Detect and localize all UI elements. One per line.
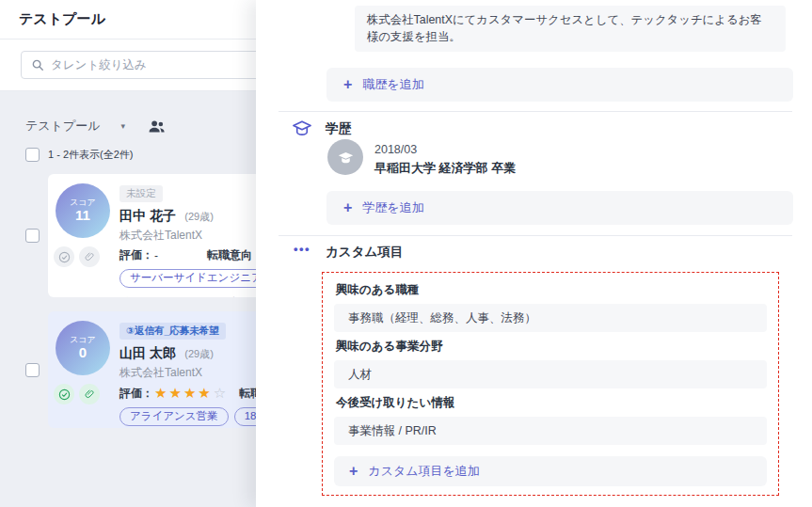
education-school: 早稲田大学 経済学部 卒業 <box>374 160 516 177</box>
card-checkbox[interactable] <box>25 229 40 243</box>
caret-down-icon: ▾ <box>121 121 126 131</box>
paperclip-icon[interactable] <box>79 384 100 404</box>
card-left-column: スコア 11 <box>56 183 112 290</box>
rating-stars-empty: ☆ <box>214 385 226 402</box>
select-all-checkbox[interactable] <box>25 148 40 162</box>
add-education-label: 学歴を追加 <box>362 199 423 216</box>
talent-name: 山田 太郎 <box>119 345 176 360</box>
score-value: 0 <box>79 345 87 361</box>
custom-field-value: 事業情報 / PR/IR <box>334 417 767 445</box>
education-date: 2018/03 <box>374 143 417 156</box>
footer-separator: | <box>219 296 222 297</box>
add-custom-field-button[interactable]: + カスタム項目を追加 <box>334 456 767 486</box>
talent-age: (29歳) <box>184 211 214 222</box>
custom-field-value: 事務職（経理、総務、人事、法務） <box>334 304 767 332</box>
page-title: テストプール <box>19 10 105 28</box>
plus-icon: + <box>343 77 352 92</box>
select-all-row: 1 - 2件表示(全2件) <box>25 148 133 162</box>
add-custom-field-label: カスタム項目を追加 <box>368 463 480 480</box>
rating-stars-filled: ★★★★ <box>154 385 213 402</box>
status-badge: 未設定 <box>119 185 163 202</box>
talent-detail-drawer: 株式会社TalentXにてカスタマーサクセスとして、テックタッチによるお客様の支… <box>256 0 812 507</box>
plus-icon: + <box>349 464 358 479</box>
custom-field-value: 人材 <box>334 360 767 388</box>
registered-label: 登録日： <box>119 296 161 297</box>
paperclip-icon[interactable] <box>79 246 100 267</box>
score-value: 11 <box>75 208 90 224</box>
talent-age: (29歳) <box>184 348 214 359</box>
section-divider <box>279 111 792 112</box>
result-count-label: 1 - 2件表示(全2件) <box>48 148 133 162</box>
education-avatar <box>327 139 363 175</box>
score-avatar: スコア 0 <box>56 321 110 375</box>
rating-value: - <box>154 249 158 262</box>
custom-section-title: カスタム項目 <box>326 244 403 261</box>
score-avatar: スコア 11 <box>56 183 110 238</box>
app-window: テストプール テストプール ▾ <box>0 0 812 507</box>
rating-label: 評価： <box>119 386 153 402</box>
pool-selector-label: テストプール <box>25 118 101 135</box>
registered-date: 2025/02/05 <box>161 296 213 297</box>
custom-field-label: 興味のある職種 <box>336 282 765 298</box>
plus-icon: + <box>343 200 352 215</box>
add-work-button[interactable]: + 職歴を追加 <box>326 68 793 102</box>
work-description: 株式会社TalentXにてカスタマーサクセスとして、テックタッチによるお客様の支… <box>355 6 786 52</box>
talent-tag: アライアンス営業 <box>119 407 229 426</box>
talent-name: 田中 花子 <box>119 208 176 223</box>
check-circle-icon[interactable] <box>54 384 74 404</box>
custom-field-label: 興味のある事業分野 <box>336 339 765 355</box>
check-circle-icon[interactable] <box>54 246 74 267</box>
status-badge: ③返信有_応募未希望 <box>119 323 226 340</box>
rating-label: 評価： <box>119 247 153 263</box>
search-icon <box>31 58 44 71</box>
custom-field-label: 今後受け取りたい情報 <box>336 395 765 411</box>
card-left-column: スコア 0 <box>56 321 112 420</box>
pool-selector[interactable]: テストプール ▾ <box>25 118 166 135</box>
custom-fields-group: 興味のある職種 事務職（経理、総務、人事、法務） 興味のある事業分野 人材 今後… <box>322 272 779 496</box>
education-section-title: 学歴 <box>326 120 351 137</box>
dots-icon: ••• <box>294 242 310 256</box>
add-education-button[interactable]: + 学歴を追加 <box>326 191 793 225</box>
intent-label: 転職意向： <box>207 247 263 263</box>
card-status-icons <box>54 384 112 404</box>
add-work-label: 職歴を追加 <box>362 76 423 93</box>
members-icon[interactable] <box>148 119 166 135</box>
talent-tag: サーバーサイドエンジニア <box>119 269 273 288</box>
card-checkbox[interactable] <box>25 363 40 377</box>
card-status-icons <box>54 246 112 267</box>
graduation-cap-icon <box>292 119 312 137</box>
section-divider <box>279 235 792 236</box>
